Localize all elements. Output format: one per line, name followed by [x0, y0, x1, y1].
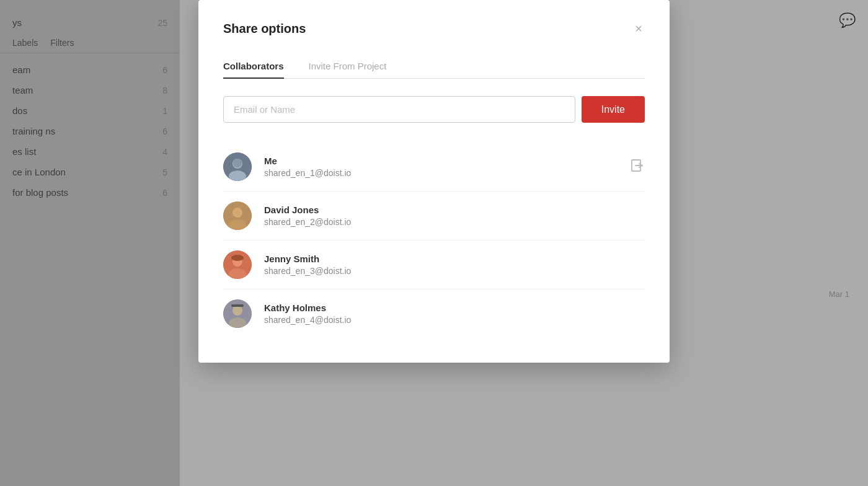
svg-rect-16	[231, 304, 244, 307]
collaborator-name-david: David Jones	[264, 205, 645, 215]
leave-icon[interactable]	[630, 158, 645, 176]
email-or-name-input[interactable]	[223, 96, 575, 123]
collaborator-email-me: shared_en_1@doist.io	[264, 168, 630, 178]
share-options-modal: Share options × Collaborators Invite Fro…	[198, 0, 670, 363]
modal-overlay: Share options × Collaborators Invite Fro…	[0, 0, 868, 486]
collaborator-info-jenny: Jenny Smith shared_en_3@doist.io	[264, 254, 645, 276]
collaborator-email-kathy: shared_en_4@doist.io	[264, 315, 645, 325]
collaborator-info-me: Me shared_en_1@doist.io	[264, 156, 630, 178]
collaborator-name-me: Me	[264, 156, 630, 166]
collaborator-item-jenny: Jenny Smith shared_en_3@doist.io	[223, 241, 645, 289]
collaborator-info-kathy: Kathy Holmes shared_en_4@doist.io	[264, 303, 645, 325]
avatar-jenny	[223, 250, 252, 279]
svg-point-14	[232, 306, 242, 316]
collaborator-list: Me shared_en_1@doist.io	[223, 143, 645, 338]
modal-header: Share options ×	[223, 20, 645, 37]
avatar-david	[223, 201, 252, 230]
svg-point-7	[232, 208, 242, 218]
collaborator-item-david: David Jones shared_en_2@doist.io	[223, 192, 645, 241]
invite-button[interactable]: Invite	[582, 96, 645, 123]
modal-title: Share options	[223, 22, 306, 36]
svg-point-12	[231, 255, 244, 261]
avatar-kathy	[223, 299, 252, 328]
collaborator-email-jenny: shared_en_3@doist.io	[264, 266, 645, 276]
invite-row: Invite	[223, 96, 645, 123]
collaborator-info-david: David Jones shared_en_2@doist.io	[264, 205, 645, 227]
collaborator-name-kathy: Kathy Holmes	[264, 303, 645, 313]
tab-collaborators[interactable]: Collaborators	[223, 55, 284, 79]
collaborator-item-me: Me shared_en_1@doist.io	[223, 143, 645, 192]
close-button[interactable]: ×	[632, 20, 645, 37]
collaborator-name-jenny: Jenny Smith	[264, 254, 645, 264]
collaborator-item-kathy: Kathy Holmes shared_en_4@doist.io	[223, 289, 645, 338]
svg-point-3	[233, 159, 242, 167]
tab-invite-from-project[interactable]: Invite From Project	[309, 55, 387, 79]
modal-tabs: Collaborators Invite From Project	[223, 55, 645, 79]
collaborator-email-david: shared_en_2@doist.io	[264, 217, 645, 227]
avatar-me	[223, 152, 252, 181]
